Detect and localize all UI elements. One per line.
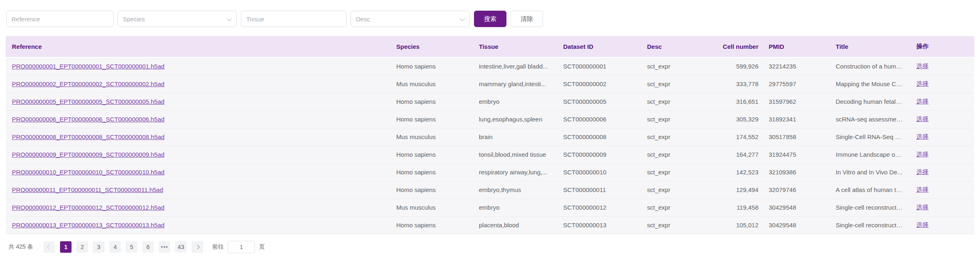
prev-page-button[interactable] (44, 241, 55, 253)
reference-filter-input[interactable] (6, 11, 113, 27)
table-row: PRO000000012_EPT000000012_SCT000000012.h… (6, 199, 974, 216)
action-cell: 选择 (907, 181, 974, 199)
page-button[interactable]: 1 (60, 241, 72, 253)
desc-filter-select[interactable]: Desc (351, 11, 470, 27)
cell-number-cell: 333,778 (702, 75, 760, 93)
page-button[interactable]: 43 (175, 241, 187, 253)
pmid-cell: 29775597 (760, 75, 826, 93)
dataset-id-cell: SCT000000012 (557, 199, 641, 216)
desc-cell: sct_expr (641, 199, 702, 216)
title-cell: scRNA-seq assessment ... (826, 110, 907, 128)
reference-link[interactable]: PRO000000009_EPT000000009_SCT000000009.h… (12, 151, 164, 158)
pmid-cell: 31924475 (760, 146, 826, 163)
select-link[interactable]: 选择 (916, 186, 929, 193)
title-cell: Immune Landscape of ... (826, 146, 907, 163)
reference-link[interactable]: PRO000000008_EPT000000008_SCT000000008.h… (12, 133, 164, 140)
goto-label: 前往 (212, 243, 224, 251)
title-cell: Single-cell reconstructi... (826, 199, 907, 216)
page-button[interactable]: 4 (109, 241, 121, 253)
cell-number-cell: 164,277 (702, 146, 760, 163)
species-cell: Homo sapiens (390, 146, 473, 163)
select-link[interactable]: 选择 (916, 115, 929, 122)
search-button[interactable]: 搜索 (474, 11, 506, 27)
select-link[interactable]: 选择 (916, 62, 929, 69)
table-row: PRO000000009_EPT000000009_SCT000000009.h… (6, 146, 974, 163)
title-cell: Single-cell reconstructi... (826, 216, 907, 234)
reference-cell: PRO000000006_EPT000000006_SCT000000006.h… (6, 110, 390, 128)
table-row: PRO000000002_EPT000000002_SCT000000002.h… (6, 75, 974, 93)
select-link[interactable]: 选择 (916, 151, 929, 158)
select-link[interactable]: 选择 (916, 98, 929, 105)
species-cell: Homo sapiens (390, 181, 473, 199)
chevron-left-icon (47, 245, 51, 249)
page-button[interactable]: ••• (159, 241, 170, 253)
action-cell: 选择 (907, 146, 974, 163)
cell-number-cell: 316,651 (702, 93, 760, 110)
species-cell: Homo sapiens (390, 216, 473, 234)
desc-cell: sct_expr (641, 57, 702, 75)
reference-link[interactable]: PRO000000011_EPT000000011_SCT000000011.h… (12, 186, 163, 193)
dataset-id-cell: SCT000000005 (557, 93, 641, 110)
pmid-cell: 31892341 (760, 110, 826, 128)
goto-page-input[interactable] (228, 241, 255, 253)
pmid-cell: 30517858 (760, 128, 826, 146)
filter-bar: Species Desc 搜索 清除 (0, 0, 980, 27)
chevron-right-icon (195, 245, 199, 249)
goto-page-group: 前往 页 (212, 241, 265, 253)
datasets-table: Reference Species Tissue Dataset ID Desc… (6, 36, 974, 234)
table-row: PRO000000010_EPT000000010_SCT000000010.h… (6, 163, 974, 181)
reference-link[interactable]: PRO000000001_EPT000000001_SCT000000001.h… (12, 63, 164, 70)
col-header-cell-number: Cell number (702, 36, 760, 57)
reference-link[interactable]: PRO000000013_EPT000000013_SCT000000013.h… (12, 222, 164, 229)
page-button[interactable]: 6 (142, 241, 154, 253)
table-row: PRO000000011_EPT000000011_SCT000000011.h… (6, 181, 974, 199)
species-select-placeholder: Species (123, 16, 145, 23)
species-cell: Mus musculus (390, 199, 473, 216)
species-filter-select[interactable]: Species (118, 11, 237, 27)
pmid-cell: 32109386 (760, 163, 826, 181)
reference-cell: PRO000000001_EPT000000001_SCT000000001.h… (6, 57, 390, 75)
desc-select-placeholder: Desc (356, 16, 370, 23)
total-count-label: 共 425 条 (9, 243, 33, 251)
table-row: PRO000000006_EPT000000006_SCT000000006.h… (6, 110, 974, 128)
reference-link[interactable]: PRO000000006_EPT000000006_SCT000000006.h… (12, 116, 164, 123)
select-link[interactable]: 选择 (916, 221, 929, 228)
tissue-cell: tonsil,blood,mixed tissue (473, 146, 557, 163)
pmid-cell: 30429548 (760, 216, 826, 234)
cell-number-cell: 305,329 (702, 110, 760, 128)
col-header-tissue: Tissue (473, 36, 557, 57)
pmid-cell: 32214235 (760, 57, 826, 75)
tissue-cell: embryo,thymus (473, 181, 557, 199)
action-cell: 选择 (907, 163, 974, 181)
title-cell: Construction of a huma... (826, 57, 907, 75)
reference-link[interactable]: PRO000000012_EPT000000012_SCT000000012.h… (12, 204, 164, 211)
reference-cell: PRO000000013_EPT000000013_SCT000000013.h… (6, 216, 390, 234)
reference-link[interactable]: PRO000000005_EPT000000005_SCT000000005.h… (12, 98, 164, 105)
select-link[interactable]: 选择 (916, 204, 929, 210)
species-cell: Homo sapiens (390, 57, 473, 75)
page-suffix-label: 页 (259, 243, 265, 251)
dataset-id-cell: SCT000000001 (557, 57, 641, 75)
dataset-id-cell: SCT000000002 (557, 75, 641, 93)
reference-link[interactable]: PRO000000010_EPT000000010_SCT000000010.h… (12, 169, 164, 176)
action-cell: 选择 (907, 128, 974, 146)
pmid-cell: 32079746 (760, 181, 826, 199)
select-link[interactable]: 选择 (916, 168, 929, 175)
desc-cell: sct_expr (641, 216, 702, 234)
page-button[interactable]: 5 (126, 241, 137, 253)
page-button[interactable]: 2 (76, 241, 88, 253)
page-button[interactable]: 3 (93, 241, 104, 253)
clear-button[interactable]: 清除 (511, 11, 543, 27)
cell-number-cell: 599,926 (702, 57, 760, 75)
reference-link[interactable]: PRO000000002_EPT000000002_SCT000000002.h… (12, 80, 164, 87)
reference-cell: PRO000000011_EPT000000011_SCT000000011.h… (6, 181, 390, 199)
action-cell: 选择 (907, 216, 974, 234)
title-cell: Single-Cell RNA-Seq of... (826, 128, 907, 146)
next-page-button[interactable] (192, 241, 203, 253)
tissue-filter-input[interactable] (241, 11, 347, 27)
select-link[interactable]: 选择 (916, 133, 929, 140)
col-header-desc: Desc (641, 36, 702, 57)
col-header-pmid: PMID (760, 36, 826, 57)
tissue-cell: respiratory airway,lung,... (473, 163, 557, 181)
select-link[interactable]: 选择 (916, 80, 929, 87)
